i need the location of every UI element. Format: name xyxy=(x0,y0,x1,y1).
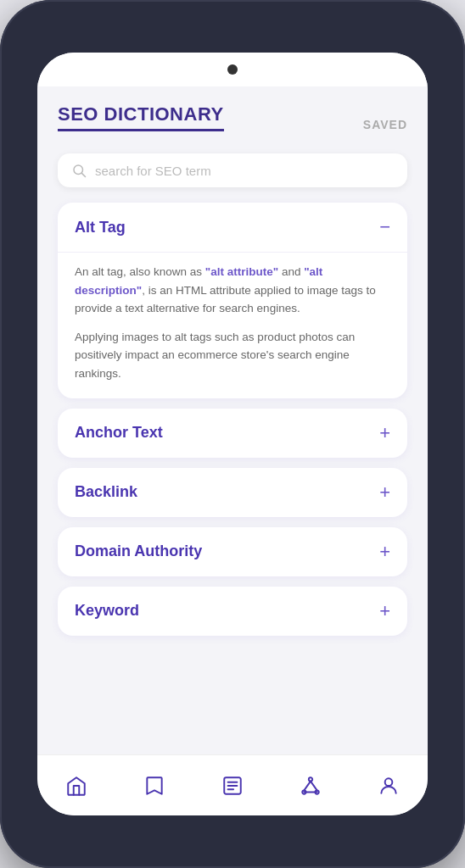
card-alt-tag-paragraph-1: An alt tag, also known as "alt attribute… xyxy=(75,263,390,318)
highlight-alt-attribute: "alt attribute" xyxy=(205,265,278,278)
card-domain-authority-toggle[interactable]: + xyxy=(379,542,390,561)
card-alt-tag-body: An alt tag, also known as "alt attribute… xyxy=(58,252,407,398)
card-alt-tag-toggle[interactable]: − xyxy=(379,218,390,236)
card-anchor-text: Anchor Text + xyxy=(58,409,407,458)
card-backlink: Backlink + xyxy=(58,468,407,517)
camera-notch xyxy=(227,64,238,75)
card-backlink-header[interactable]: Backlink + xyxy=(58,468,407,517)
card-backlink-term: Backlink xyxy=(75,483,137,501)
search-placeholder: search for SEO term xyxy=(95,164,211,178)
network-icon xyxy=(300,775,322,797)
phone-frame: SEO DICTIONARY SAVED search for SEO term… xyxy=(0,0,465,868)
svg-line-1 xyxy=(81,173,85,176)
app-header: SEO DICTIONARY SAVED xyxy=(58,103,407,136)
app-content: SEO DICTIONARY SAVED search for SEO term… xyxy=(37,86,428,754)
profile-icon xyxy=(378,775,400,797)
nav-bookmark[interactable] xyxy=(133,765,176,807)
home-icon xyxy=(65,775,87,797)
card-anchor-text-toggle[interactable]: + xyxy=(379,424,390,442)
app-title: SEO DICTIONARY xyxy=(58,103,224,131)
card-keyword: Keyword + xyxy=(58,587,407,636)
svg-point-12 xyxy=(385,778,393,786)
nav-network[interactable] xyxy=(289,765,332,807)
nav-news[interactable] xyxy=(211,765,254,807)
search-bar[interactable]: search for SEO term xyxy=(58,153,407,187)
card-anchor-text-term: Anchor Text xyxy=(75,424,163,442)
svg-line-9 xyxy=(304,781,311,790)
card-keyword-toggle[interactable]: + xyxy=(379,602,390,620)
card-alt-tag-term: Alt Tag xyxy=(75,219,126,236)
bottom-nav xyxy=(37,754,428,815)
card-keyword-term: Keyword xyxy=(75,602,139,620)
card-domain-authority-header[interactable]: Domain Authority + xyxy=(58,527,407,576)
card-domain-authority: Domain Authority + xyxy=(58,527,407,576)
card-anchor-text-header[interactable]: Anchor Text + xyxy=(58,409,407,458)
search-icon xyxy=(71,163,87,178)
phone-screen: SEO DICTIONARY SAVED search for SEO term… xyxy=(37,53,428,815)
bookmark-icon xyxy=(143,775,165,797)
card-backlink-toggle[interactable]: + xyxy=(379,483,390,502)
card-domain-authority-term: Domain Authority xyxy=(75,542,202,560)
card-keyword-header[interactable]: Keyword + xyxy=(58,587,407,636)
saved-tab[interactable]: SAVED xyxy=(363,118,407,131)
highlight-alt-description: "alt description" xyxy=(75,265,322,297)
nav-home[interactable] xyxy=(55,765,98,807)
card-alt-tag: Alt Tag − An alt tag, also known as "alt… xyxy=(58,203,407,398)
nav-profile[interactable] xyxy=(367,765,410,807)
card-alt-tag-header[interactable]: Alt Tag − xyxy=(58,203,407,252)
status-bar xyxy=(37,53,428,86)
svg-line-10 xyxy=(311,781,317,790)
news-icon xyxy=(221,775,244,797)
card-alt-tag-paragraph-2: Applying images to alt tags such as prod… xyxy=(75,328,390,383)
